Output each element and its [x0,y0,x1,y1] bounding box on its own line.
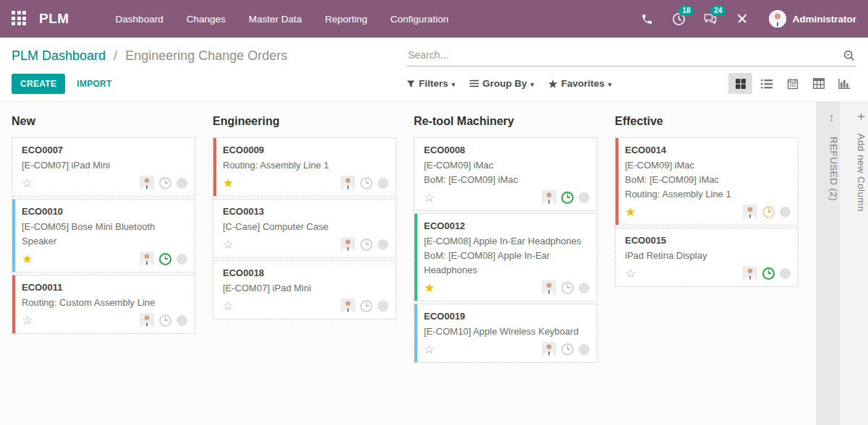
kanban-card[interactable]: ECO0012 [E-COM08] Apple In-Ear Headphone… [414,213,597,301]
assignee-avatar[interactable] [743,205,757,219]
kanban-card[interactable]: ECO0014 [E-COM09] iMacBoM: [E-COM09] iMa… [615,137,799,226]
priority-star-icon[interactable]: ☆ [424,343,435,356]
nav-menu-item-configuration[interactable]: Configuration [382,8,457,30]
assignee-avatar[interactable] [140,176,154,190]
search-icon[interactable] [843,49,855,64]
pivot-view-button[interactable] [807,73,830,94]
kanban-card[interactable]: ECO0018 [E-COM07] iPad Mini ☆ [213,260,396,319]
card-color-stripe [213,138,216,196]
search-view [407,43,856,66]
kanban-card[interactable]: ECO0010 [E-COM05] Bose Mini Bluetooth Sp… [12,199,195,272]
priority-star-icon[interactable]: ☆ [625,267,636,280]
kanban-state-icon[interactable] [579,192,590,203]
kanban-state-icon[interactable] [579,344,590,355]
assignee-avatar[interactable] [341,237,355,252]
group-by-button[interactable]: Group By ▾ [469,78,534,89]
nav-menu-item-dashboard[interactable]: Dashboard [107,8,172,30]
user-menu[interactable]: Administrator [769,10,856,27]
breadcrumb-parent[interactable]: PLM Dashboard [12,48,106,63]
assignee-avatar[interactable] [140,313,154,327]
activities-clock-icon[interactable]: 18 [666,7,691,31]
kanban-state-icon[interactable] [176,315,187,326]
kanban-state-icon[interactable] [378,178,388,189]
activity-clock-icon[interactable] [561,192,574,204]
priority-star-icon[interactable]: ☆ [223,239,234,251]
kanban-state-icon[interactable] [176,254,187,265]
app-brand[interactable]: PLM [39,11,69,27]
activity-clock-icon[interactable] [360,177,373,189]
column-title[interactable]: Re-tool Machinery [414,115,597,128]
priority-star-icon[interactable]: ☆ [424,192,435,204]
create-button[interactable]: CREATE [12,74,65,94]
add-new-column[interactable]: +Add new Column [840,102,868,425]
favorites-label: Favorites [561,78,605,89]
kanban-state-icon[interactable] [378,239,388,250]
activity-clock-icon[interactable] [762,267,775,280]
list-icon [761,79,773,89]
calendar-view-button[interactable] [780,73,804,94]
column-title[interactable]: Effective [615,115,799,128]
graph-view-button[interactable] [833,73,856,94]
activity-clock-icon[interactable] [360,300,373,312]
kanban-card[interactable]: ECO0008 [E-COM09] iMacBoM: [E-COM09] iMa… [414,137,597,211]
nav-menu-item-reporting[interactable]: Reporting [316,8,376,30]
card-title: ECO0009 [223,145,388,155]
activity-clock-icon[interactable] [561,282,574,294]
kanban-state-icon[interactable] [780,207,791,218]
chevron-down-icon: ▾ [452,80,456,88]
priority-star-icon[interactable]: ★ [625,206,636,218]
kanban-state-icon[interactable] [378,301,388,312]
bars-icon [469,80,479,87]
activity-clock-icon[interactable] [561,343,574,356]
activity-clock-icon[interactable] [159,253,171,265]
assignee-avatar[interactable] [341,176,355,190]
card-description-line: Routing: Custom Assembly Line [22,296,187,310]
activity-clock-icon[interactable] [159,314,171,327]
priority-star-icon[interactable]: ☆ [223,300,234,312]
kanban-card[interactable]: ECO0007 [E-COM07] iPad Mini ☆ [12,137,195,197]
card-description-line: [E-COM09] iMac [424,158,590,173]
kanban-view-button[interactable] [728,73,752,94]
activity-clock-icon[interactable] [159,177,171,189]
assignee-avatar[interactable] [542,342,556,356]
activity-clock-icon[interactable] [762,206,775,218]
assignee-avatar[interactable] [140,252,154,266]
phone-icon[interactable] [634,7,659,31]
kanban-card[interactable]: ECO0013 [C-Case] Computer Case ☆ [213,199,396,258]
apps-menu-icon[interactable] [12,11,27,27]
card-title: ECO0008 [424,145,590,155]
column-title[interactable]: New [12,115,195,128]
kanban-state-icon[interactable] [780,268,791,279]
assignee-avatar[interactable] [341,299,355,313]
kanban-card[interactable]: ECO0019 [E-COM10] Apple Wireless Keyboar… [414,304,597,363]
messages-icon[interactable]: 24 [698,7,723,31]
activity-clock-icon[interactable] [360,239,373,251]
kanban-state-icon[interactable] [176,178,187,189]
kanban-card[interactable]: ECO0009 Routing: Assembly Line 1 ★ [213,137,396,197]
card-description-line: [E-COM08] Apple In-Ear Headphones [424,234,590,249]
import-button[interactable]: IMPORT [77,79,111,89]
column-title[interactable]: Engineering [213,115,396,128]
priority-star-icon[interactable]: ★ [22,253,33,265]
filters-button[interactable]: Filters ▾ [407,78,455,89]
card-title: ECO0013 [223,206,388,217]
card-description: [E-COM08] Apple In-Ear HeadphonesBoM: [E… [424,234,590,278]
priority-star-icon[interactable]: ★ [223,177,234,189]
priority-star-icon[interactable]: ☆ [22,314,33,327]
card-description-line: [E-COM10] Apple Wireless Keyboard [424,325,590,339]
priority-star-icon[interactable]: ☆ [22,177,33,189]
favorites-button[interactable]: ★ Favorites ▾ [548,78,611,90]
assignee-avatar[interactable] [542,190,556,205]
nav-menu-item-changes[interactable]: Changes [178,8,234,30]
priority-star-icon[interactable]: ★ [424,282,435,294]
tools-icon[interactable] [730,7,754,31]
list-view-button[interactable] [754,73,778,94]
assignee-avatar[interactable] [542,280,556,295]
search-input[interactable] [407,43,856,66]
nav-menu-item-master-data[interactable]: Master Data [240,8,311,30]
folded-column-refused[interactable]: ↔REFUSED (2) [816,102,840,425]
kanban-state-icon[interactable] [579,283,590,293]
kanban-card[interactable]: ECO0011 Routing: Custom Assembly Line ☆ [12,275,195,334]
assignee-avatar[interactable] [743,266,757,280]
kanban-card[interactable]: ECO0015 iPad Retina Display ☆ [615,228,799,287]
